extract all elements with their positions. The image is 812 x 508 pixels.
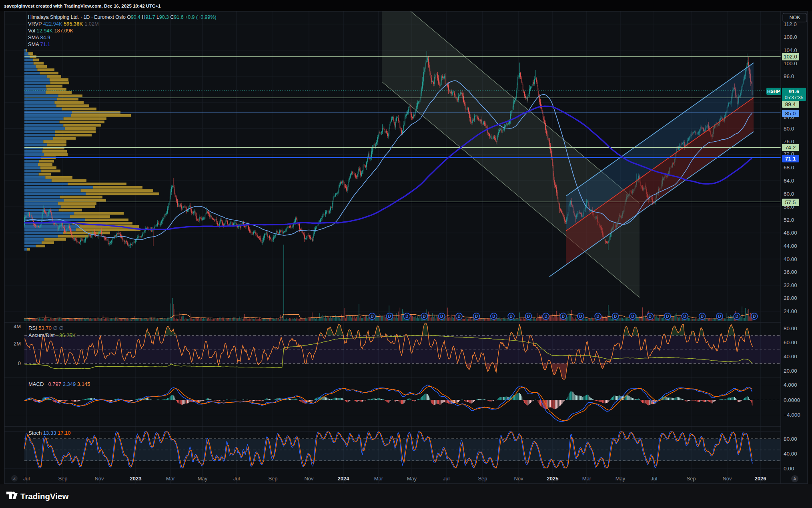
- svg-text:Vol 12.94K 187.09K: Vol 12.94K 187.09K: [28, 28, 74, 34]
- svg-text:Himalaya Shipping Ltd. · 1D ·: Himalaya Shipping Ltd. · 1D · Euronext O…: [28, 14, 217, 20]
- svg-text:2026: 2026: [755, 476, 766, 482]
- svg-text:D: D: [753, 314, 756, 319]
- svg-text:Jul: Jul: [23, 476, 30, 482]
- svg-text:60.0: 60.0: [784, 191, 794, 197]
- svg-text:RSI 53.70 ∅ ∅: RSI 53.70 ∅ ∅: [28, 325, 64, 331]
- svg-text:Sep: Sep: [478, 476, 487, 482]
- svg-text:91.6: 91.6: [789, 88, 800, 94]
- svg-text:D: D: [544, 314, 547, 319]
- svg-text:Z: Z: [13, 476, 16, 481]
- svg-text:D: D: [388, 314, 391, 319]
- svg-text:100.0: 100.0: [784, 60, 797, 66]
- svg-text:D: D: [440, 314, 443, 319]
- svg-text:May: May: [407, 476, 417, 482]
- svg-text:SMA 71.1: SMA 71.1: [28, 41, 50, 47]
- svg-text:05:37:35: 05:37:35: [785, 95, 804, 100]
- svg-text:0: 0: [18, 360, 21, 366]
- svg-text:D: D: [527, 314, 530, 319]
- svg-text:SMA 84.9: SMA 84.9: [28, 34, 50, 40]
- svg-text:D: D: [684, 314, 686, 319]
- svg-text:D: D: [457, 314, 460, 319]
- svg-text:89.4: 89.4: [785, 101, 796, 107]
- svg-text:96.0: 96.0: [784, 73, 794, 79]
- svg-text:60.00: 60.00: [784, 339, 797, 345]
- svg-text:Nov: Nov: [514, 476, 523, 482]
- svg-text:24.00: 24.00: [784, 308, 797, 314]
- svg-text:Sep: Sep: [58, 476, 67, 482]
- svg-text:Stoch 13.33 17.10: Stoch 13.33 17.10: [28, 430, 71, 436]
- svg-text:Jul: Jul: [443, 476, 450, 482]
- svg-text:Nov: Nov: [722, 476, 732, 482]
- svg-text:20.00: 20.00: [784, 368, 797, 374]
- svg-text:D: D: [579, 314, 582, 319]
- svg-text:Jul: Jul: [651, 476, 658, 482]
- svg-text:40.00: 40.00: [784, 353, 797, 359]
- svg-text:76.0: 76.0: [784, 139, 794, 145]
- svg-text:D: D: [701, 314, 704, 319]
- svg-text:52.0: 52.0: [784, 217, 794, 223]
- svg-text:Sep: Sep: [268, 476, 277, 482]
- svg-text:80.0: 80.0: [784, 126, 794, 132]
- svg-text:28.00: 28.00: [784, 295, 797, 301]
- svg-text:D: D: [597, 314, 599, 319]
- svg-text:68.0: 68.0: [784, 165, 794, 171]
- svg-text:Jul: Jul: [233, 476, 240, 482]
- svg-text:85.0: 85.0: [785, 110, 796, 116]
- svg-text:32.00: 32.00: [784, 282, 797, 288]
- svg-text:D: D: [492, 314, 495, 319]
- svg-text:48.00: 48.00: [784, 230, 797, 236]
- svg-text:savepiginvest created with Tra: savepiginvest created with TradingView.c…: [4, 4, 161, 8]
- svg-text:May: May: [616, 476, 626, 482]
- svg-text:A: A: [793, 476, 796, 481]
- svg-text:80.00: 80.00: [784, 325, 797, 331]
- svg-text:2023: 2023: [130, 476, 142, 482]
- svg-text:Sep: Sep: [686, 476, 696, 482]
- svg-text:D: D: [614, 314, 617, 319]
- svg-text:0.0000: 0.0000: [784, 397, 800, 403]
- svg-text:40.00: 40.00: [784, 451, 797, 457]
- svg-text:Nov: Nov: [304, 476, 314, 482]
- svg-text:71.1: 71.1: [785, 156, 796, 162]
- svg-text:2M: 2M: [14, 341, 21, 347]
- svg-text:D: D: [736, 314, 738, 319]
- svg-text:44.00: 44.00: [784, 243, 797, 249]
- svg-text:74.2: 74.2: [785, 145, 796, 151]
- svg-text:D: D: [405, 314, 408, 319]
- svg-text:NOK: NOK: [789, 15, 800, 20]
- svg-text:May: May: [198, 476, 208, 482]
- svg-text:Mar: Mar: [166, 476, 175, 482]
- svg-text:D: D: [631, 314, 634, 319]
- svg-text:40.00: 40.00: [784, 256, 797, 262]
- svg-text:57.5: 57.5: [785, 199, 796, 205]
- svg-text:MACD −0.797 2.349 3.145: MACD −0.797 2.349 3.145: [28, 381, 90, 387]
- svg-text:Nov: Nov: [94, 476, 104, 482]
- svg-text:104.0: 104.0: [784, 47, 797, 53]
- svg-text:4.000: 4.000: [784, 382, 797, 388]
- svg-text:64.0: 64.0: [784, 178, 794, 184]
- svg-text:D: D: [562, 314, 565, 319]
- svg-text:D: D: [371, 314, 373, 319]
- svg-text:D: D: [718, 314, 721, 319]
- svg-text:D: D: [475, 314, 478, 319]
- svg-text:Mar: Mar: [374, 476, 383, 482]
- svg-text:0.00: 0.00: [784, 466, 794, 472]
- svg-text:D: D: [649, 314, 652, 319]
- svg-text:Mar: Mar: [582, 476, 591, 482]
- svg-text:Accum/Dist −36.25K: Accum/Dist −36.25K: [28, 332, 76, 338]
- svg-text:D: D: [510, 314, 513, 319]
- svg-text:VRVP 422.94K 595.36K 1.02M: VRVP 422.94K 595.36K 1.02M: [28, 21, 99, 27]
- svg-text:−4.000: −4.000: [784, 412, 800, 418]
- svg-text:HSHP: HSHP: [767, 89, 780, 94]
- svg-text:102.0: 102.0: [784, 54, 797, 60]
- svg-text:36.00: 36.00: [784, 269, 797, 275]
- svg-text:4M: 4M: [14, 323, 21, 329]
- svg-text:80.00: 80.00: [784, 436, 797, 442]
- svg-text:2025: 2025: [547, 476, 559, 482]
- svg-text:D: D: [666, 314, 669, 319]
- svg-text:TradingView: TradingView: [20, 492, 68, 501]
- svg-text:2024: 2024: [338, 476, 350, 482]
- svg-text:D: D: [423, 314, 426, 319]
- svg-text:108.0: 108.0: [784, 34, 797, 40]
